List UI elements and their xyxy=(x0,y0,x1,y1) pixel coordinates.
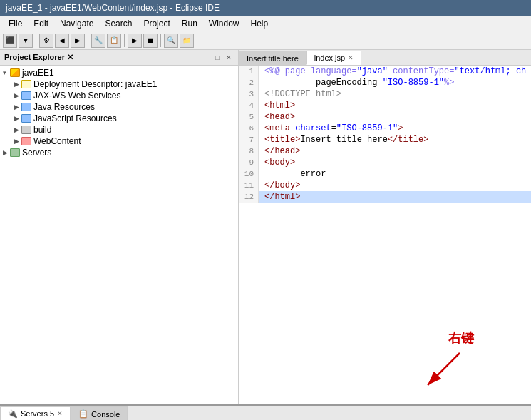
tree-item-js-resources[interactable]: ▶ JavaScript Resources xyxy=(0,113,238,124)
toolbar-btn-1[interactable]: ⬛ xyxy=(3,34,17,48)
line-content-5: <head> xyxy=(259,111,295,123)
tree-item-webcontent[interactable]: ▶ WebContent xyxy=(0,135,238,147)
toolbar-btn-6[interactable]: 🔧 xyxy=(91,34,105,48)
tab-servers[interactable]: 🔌 Servers 5 ✕ xyxy=(0,406,71,420)
line-content-6: <meta charset="ISO-8859-1"> xyxy=(259,123,403,134)
tree-label-servers: Servers xyxy=(22,148,51,158)
toolbar-btn-9[interactable]: ⏹ xyxy=(143,34,158,48)
code-line-12: 12 </html> xyxy=(239,191,531,203)
line-num-6: 6 xyxy=(239,123,259,134)
tab-close-icon[interactable]: ✕ xyxy=(348,54,354,61)
tree-arrow-javaee1: ▾ xyxy=(3,69,10,76)
toolbar-btn-7[interactable]: 📋 xyxy=(107,34,121,48)
line-content-12: </html> xyxy=(259,191,300,203)
tree-label-js-resources: JavaScript Resources xyxy=(33,113,117,123)
tree-item-servers[interactable]: ▶ Servers xyxy=(0,147,238,158)
toolbar-btn-4[interactable]: ◀ xyxy=(55,34,69,48)
line-num-10: 10 xyxy=(239,168,259,180)
project-explorer-panel: Project Explorer ✕ — □ ✕ ▾ javaEE1 ▶ Dep… xyxy=(0,50,239,404)
tree-item-build[interactable]: ▶ build xyxy=(0,124,238,135)
menu-run[interactable]: Run xyxy=(176,17,203,30)
tab-index-jsp[interactable]: index.jsp ✕ xyxy=(306,51,361,65)
menu-edit[interactable]: Edit xyxy=(28,17,54,30)
menu-bar: File Edit Navigate Search Project Run Wi… xyxy=(0,16,531,31)
line-num-1: 1 xyxy=(239,66,259,77)
console-tab-icon: 📋 xyxy=(78,409,88,419)
tab-insert-title[interactable]: Insert title here xyxy=(239,51,306,65)
code-line-5: 5 <head> xyxy=(239,111,531,123)
menu-search[interactable]: Search xyxy=(99,17,138,30)
panel-header: Project Explorer ✕ — □ ✕ xyxy=(0,50,238,66)
toolbar-btn-3[interactable]: ⚙ xyxy=(39,34,53,48)
tree-arrow-deployment: ▶ xyxy=(14,81,21,88)
tree-label-javaee1: javaEE1 xyxy=(22,68,54,78)
toolbar-sep-2 xyxy=(88,34,88,47)
java-resources-icon xyxy=(21,103,31,111)
line-content-7: <title>Insert title here</title> xyxy=(259,134,428,145)
line-num-11: 11 xyxy=(239,180,259,191)
tree-item-javaee1[interactable]: ▾ javaEE1 xyxy=(0,67,238,78)
line-content-8: </head> xyxy=(259,145,300,157)
code-line-1: 1 <%@ page language="java" contentType="… xyxy=(239,66,531,77)
tree-label-webcontent: WebContent xyxy=(33,136,81,146)
descriptor-icon xyxy=(21,80,31,88)
tree-arrow-servers: ▶ xyxy=(3,149,10,156)
toolbar-btn-8[interactable]: ▶ xyxy=(128,34,142,48)
jaxws-icon xyxy=(21,91,31,100)
menu-file[interactable]: File xyxy=(3,17,28,30)
menu-project[interactable]: Project xyxy=(138,17,175,30)
project-tree: ▾ javaEE1 ▶ Deployment Descriptor: javaE… xyxy=(0,66,238,404)
tree-arrow-build: ▶ xyxy=(14,126,21,133)
tree-item-jaxws[interactable]: ▶ JAX-WS Web Services xyxy=(0,90,238,101)
menu-window[interactable]: Window xyxy=(203,17,245,30)
toolbar-btn-10[interactable]: 🔍 xyxy=(164,34,178,48)
line-num-9: 9 xyxy=(239,157,259,168)
tree-label-jaxws: JAX-WS Web Services xyxy=(33,91,120,101)
line-num-5: 5 xyxy=(239,111,259,123)
code-line-3: 3 <!DOCTYPE html> xyxy=(239,88,531,100)
title-text: javaEE_1 - javaEE1/WebContent/index.jsp … xyxy=(6,3,220,13)
line-content-3: <!DOCTYPE html> xyxy=(259,88,341,100)
tree-arrow-java-resources: ▶ xyxy=(14,103,21,111)
code-editor[interactable]: 1 <%@ page language="java" contentType="… xyxy=(239,66,531,404)
line-num-4: 4 xyxy=(239,100,259,111)
servers-tab-close[interactable]: ✕ xyxy=(57,410,63,417)
code-line-11: 11 </body> xyxy=(239,180,531,191)
panel-title: Project Explorer ✕ xyxy=(4,53,73,62)
menu-navigate[interactable]: Navigate xyxy=(54,17,99,30)
tab-insert-title-label: Insert title here xyxy=(247,54,299,63)
toolbar: ⬛ ▼ ⚙ ◀ ▶ 🔧 📋 ▶ ⏹ 🔍 📁 xyxy=(0,31,531,50)
line-content-1: <%@ page language="java" contentType="te… xyxy=(259,66,526,77)
tree-arrow-js-resources: ▶ xyxy=(14,115,21,122)
servers-tab-icon: 🔌 xyxy=(8,409,18,419)
panel-close-btn[interactable]: ✕ xyxy=(224,53,234,63)
toolbar-btn-11[interactable]: 📁 xyxy=(180,34,194,48)
toolbar-btn-2[interactable]: ▼ xyxy=(19,34,33,48)
line-num-12: 12 xyxy=(239,191,259,203)
line-content-11: </body> xyxy=(259,180,300,191)
bottom-panel: 🔌 Servers 5 ✕ 📋 Console ▶ 🖥 Tomcat v7.0 … xyxy=(0,404,531,420)
code-line-8: 8 </head> xyxy=(239,145,531,157)
tree-label-deployment: Deployment Descriptor: javaEE1 xyxy=(33,79,157,89)
line-num-3: 3 xyxy=(239,88,259,100)
servers-icon xyxy=(10,148,20,157)
toolbar-btn-5[interactable]: ▶ xyxy=(71,34,85,48)
tab-console[interactable]: 📋 Console xyxy=(71,406,128,420)
build-icon xyxy=(21,126,31,134)
servers-tab-label: Servers 5 xyxy=(21,409,54,418)
tree-item-java-resources[interactable]: ▶ Java Resources xyxy=(0,101,238,113)
bottom-tabs: 🔌 Servers 5 ✕ 📋 Console xyxy=(0,406,531,420)
toolbar-sep-1 xyxy=(36,34,36,47)
toolbar-sep-4 xyxy=(160,34,161,47)
line-content-2: pageEncoding="ISO-8859-1"%> xyxy=(259,77,454,88)
tree-arrow-webcontent: ▶ xyxy=(14,138,21,145)
panel-maximize-btn[interactable]: □ xyxy=(212,53,222,63)
title-bar: javaEE_1 - javaEE1/WebContent/index.jsp … xyxy=(0,0,531,16)
menu-help[interactable]: Help xyxy=(245,17,274,30)
panel-minimize-btn[interactable]: — xyxy=(201,53,211,63)
toolbar-sep-3 xyxy=(124,34,125,47)
webcontent-icon xyxy=(21,137,31,145)
code-line-9: 9 <body> xyxy=(239,157,531,168)
tree-item-deployment[interactable]: ▶ Deployment Descriptor: javaEE1 xyxy=(0,78,238,90)
line-num-7: 7 xyxy=(239,134,259,145)
